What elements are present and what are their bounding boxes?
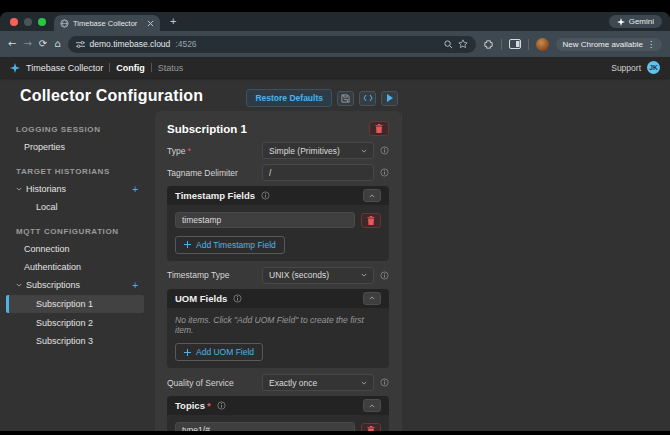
desktop-screen: Timebase Collector + Gemini ← → ⟳ ⌂ [0,0,670,435]
sidebar-item-properties[interactable]: Properties [0,138,150,156]
uom-empty-text: No items. Click "Add UOM Field" to creat… [175,315,381,335]
support-link[interactable]: Support [611,63,641,73]
profile-avatar[interactable] [536,38,549,51]
run-button[interactable] [381,91,398,106]
topic-input[interactable] [175,422,355,431]
delete-subscription-button[interactable] [369,121,389,136]
add-timestamp-field-button[interactable]: Add Timestamp Field [175,236,285,254]
qos-select-value: Exactly once [269,378,361,388]
sidebar-item-subscription-2[interactable]: Subscription 2 [0,314,150,332]
page-content: Collector Configuration Restore Defaults… [0,78,670,431]
browser-menu-icon[interactable]: ⋮ [647,40,655,49]
new-tab-button[interactable]: + [170,16,176,27]
nav-separator [151,63,152,72]
panel-scroll-divider [401,111,402,431]
sidebar-item-label: Subscriptions [26,280,80,290]
collapse-button[interactable] [363,292,381,305]
sidebar-item-subscription-1[interactable]: Subscription 1 [6,295,144,313]
browser-window: Timebase Collector + Gemini ← → ⟳ ⌂ [0,12,670,431]
delete-topic-button[interactable] [361,423,381,432]
update-chip-label: New Chrome available [563,40,643,49]
add-subscription-icon[interactable]: + [132,281,138,290]
timestamp-fields-title: Timestamp Fields [175,190,255,201]
timestamp-type-label: Timestamp Type [167,270,262,280]
sidebar-item-label: Historians [26,184,66,194]
browser-tab[interactable]: Timebase Collector [54,15,160,31]
code-view-button[interactable] [359,91,376,106]
sidebar-item-connection[interactable]: Connection [0,240,150,258]
app-brand[interactable]: Timebase Collector [26,63,103,73]
url-host: demo.timebase.cloud [90,39,171,49]
type-select-value: Simple (Primitives) [269,146,361,156]
gemini-sparkle-icon [617,18,625,26]
info-icon[interactable] [261,191,270,200]
nav-tab-config[interactable]: Config [116,63,145,73]
site-settings-icon[interactable] [76,40,85,49]
tagname-delimiter-label: Tagname Delimiter [167,168,262,178]
gemini-button[interactable]: Gemini [609,15,662,28]
plus-icon [184,349,191,356]
chevron-down-icon [361,381,367,385]
chevron-down-icon [16,187,22,191]
home-icon[interactable]: ⌂ [54,38,60,50]
add-uom-field-button[interactable]: Add UOM Field [175,343,263,361]
forward-icon[interactable]: → [23,38,31,50]
minimize-window-button[interactable] [24,18,32,26]
restore-defaults-button[interactable]: Restore Defaults [246,89,332,107]
toolbar-separator [528,39,529,50]
plus-icon [184,241,191,248]
maximize-window-button[interactable] [38,18,46,26]
info-icon[interactable] [380,146,389,155]
collapse-button[interactable] [363,399,381,412]
panel-title: Subscription 1 [167,123,369,135]
subscription-panel: Subscription 1 Type Simple (Primitives) … [155,111,401,431]
sidebar-item-authentication[interactable]: Authentication [0,258,150,276]
timestamp-type-select[interactable]: UNIX (seconds) [262,267,374,284]
topics-card: Topics [167,396,389,431]
qos-select[interactable]: Exactly once [262,374,374,391]
sidebar-item-subscription-3[interactable]: Subscription 3 [0,332,150,350]
browser-toolbar: ← → ⟳ ⌂ demo.timebase.cloud :4526 [0,31,670,57]
timestamp-field-input[interactable] [175,212,355,228]
info-icon[interactable] [233,294,242,303]
info-icon[interactable] [380,168,389,177]
config-sidebar: LOGGING SESSION Properties TARGET HISTOR… [0,114,150,431]
side-panel-icon[interactable] [509,39,521,49]
uom-fields-title: UOM Fields [175,293,227,304]
page-title: Collector Configuration [20,87,203,105]
tagname-delimiter-input[interactable] [262,164,374,181]
address-bar[interactable]: demo.timebase.cloud :4526 [68,36,476,53]
sidebar-section-logging: LOGGING SESSION [0,120,150,138]
sidebar-item-local[interactable]: Local [0,198,150,216]
nav-separator [109,63,110,72]
info-icon[interactable] [217,401,226,410]
update-chrome-chip[interactable]: New Chrome available ⋮ [556,38,662,51]
app-nav-bar: Timebase Collector Config Status Support… [0,57,670,78]
type-select[interactable]: Simple (Primitives) [262,142,374,159]
chevron-down-icon [16,283,22,287]
sidebar-item-subscriptions[interactable]: Subscriptions + [0,276,150,294]
save-button[interactable] [337,91,354,106]
close-tab-icon[interactable] [147,20,154,27]
collapse-button[interactable] [363,189,381,202]
qos-label: Quality of Service [167,378,262,388]
search-icon[interactable] [444,40,453,49]
info-icon[interactable] [380,271,389,280]
add-timestamp-field-label: Add Timestamp Field [196,240,276,250]
nav-tab-status[interactable]: Status [158,63,184,73]
reload-icon[interactable]: ⟳ [39,38,47,50]
info-icon[interactable] [380,378,389,387]
delete-timestamp-field-button[interactable] [361,213,381,228]
add-historian-icon[interactable]: + [132,185,138,194]
extensions-icon[interactable] [483,39,494,50]
close-window-button[interactable] [10,18,18,26]
timestamp-fields-card: Timestamp Fields Add T [167,186,389,261]
sidebar-section-historians: TARGET HISTORIANS [0,162,150,180]
user-avatar[interactable]: JK [647,61,660,74]
bookmark-star-icon[interactable] [458,39,468,49]
sidebar-item-historians[interactable]: Historians + [0,180,150,198]
back-icon[interactable]: ← [8,38,16,50]
add-uom-field-label: Add UOM Field [196,347,254,357]
topics-title: Topics [175,400,211,411]
chevron-down-icon [361,149,367,153]
